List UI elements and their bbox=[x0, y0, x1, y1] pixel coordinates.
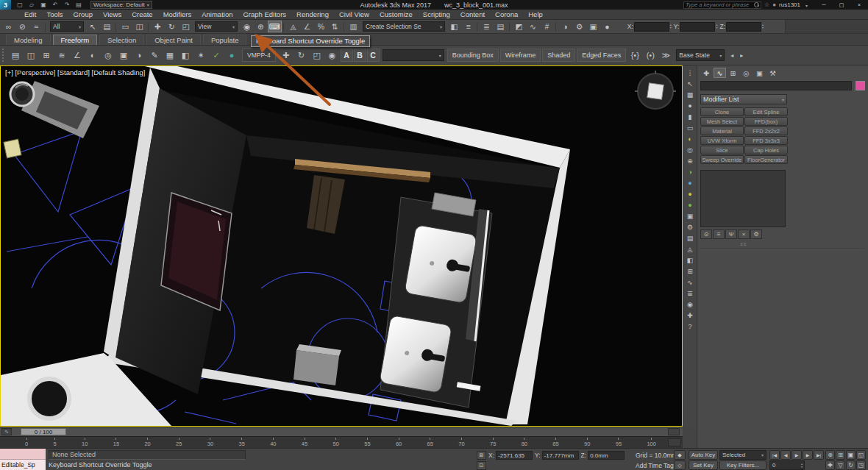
menu-item[interactable]: Views bbox=[98, 10, 127, 18]
store-state-icon[interactable]: {•} bbox=[627, 48, 642, 63]
keyboard-shortcut-override-icon[interactable]: ⌨ bbox=[268, 21, 282, 32]
spinner-icon[interactable] bbox=[801, 463, 803, 469]
target-light-icon[interactable]: ⊕ bbox=[684, 156, 696, 166]
cylinder-primitive-icon[interactable]: ▮ bbox=[684, 112, 696, 122]
yellow-dot-icon[interactable]: ● bbox=[684, 189, 696, 199]
menu-item[interactable]: Corona bbox=[490, 10, 523, 18]
modifier-preset-button[interactable]: Cap Holes bbox=[744, 146, 788, 154]
key-mode-toggle[interactable]: ◆ bbox=[674, 450, 686, 460]
menu-item[interactable]: Content bbox=[455, 10, 490, 18]
modifier-preset-button[interactable]: Material bbox=[700, 127, 744, 135]
tab-selection[interactable]: Selection bbox=[99, 35, 144, 45]
angle-snap-icon[interactable]: ∠ bbox=[300, 21, 314, 32]
play-button[interactable]: ▶ bbox=[791, 450, 802, 460]
floor-box[interactable] bbox=[294, 344, 341, 385]
go-to-end-button[interactable]: ▶| bbox=[814, 450, 824, 460]
layers-icon[interactable]: ▤ bbox=[684, 233, 696, 243]
add-tool-icon[interactable]: ✚ bbox=[684, 310, 696, 321]
pin-stack-icon[interactable]: ⊙ bbox=[700, 229, 712, 239]
previous-frame-button[interactable]: ◀ bbox=[780, 450, 791, 460]
green-dot-icon[interactable]: ● bbox=[684, 200, 696, 210]
modifier-preset-button[interactable]: Clone bbox=[700, 107, 744, 116]
snaps-toggle-icon[interactable]: ◬ bbox=[286, 21, 300, 32]
modifier-preset-button[interactable]: Sweep Override bbox=[700, 155, 744, 164]
view-sphere-gizmo[interactable] bbox=[10, 82, 34, 106]
object-name-field[interactable] bbox=[700, 81, 852, 90]
tab-utilities[interactable]: ⚒ bbox=[766, 68, 779, 78]
next-frame-button[interactable]: ▶ bbox=[803, 450, 813, 460]
letter-button[interactable]: B bbox=[354, 49, 366, 62]
modifier-list-dropdown[interactable]: Modifier List bbox=[700, 94, 787, 104]
paint-deform-icon[interactable]: ✎ bbox=[147, 48, 162, 63]
measure-icon[interactable]: ∠ bbox=[70, 48, 85, 63]
key-filters-button[interactable]: Key Filters... bbox=[719, 460, 766, 470]
schematic-view-icon[interactable]: # bbox=[540, 21, 554, 32]
snapshot-icon[interactable]: ◫ bbox=[24, 48, 38, 63]
viewport[interactable]: [+] [Perspective] [Standard] [Default Sh… bbox=[0, 65, 683, 427]
tab-freeform[interactable]: Freeform bbox=[53, 35, 98, 45]
select-and-move-icon[interactable]: ✚ bbox=[151, 21, 165, 32]
undo-icon[interactable]: ↶ bbox=[49, 1, 61, 10]
tab-populate[interactable]: Populate bbox=[203, 35, 247, 45]
menu-item[interactable]: Customize bbox=[374, 10, 418, 18]
pivot-small-icon[interactable]: ◉ bbox=[325, 48, 340, 63]
redo-icon[interactable]: ↷ bbox=[61, 1, 73, 10]
menu-item[interactable]: Modifiers bbox=[158, 10, 197, 18]
array-tool-icon[interactable]: ⊞ bbox=[39, 48, 54, 63]
scene-explorer-icon[interactable]: ≣ bbox=[480, 21, 494, 32]
rollout-grip[interactable]: ≡≡ bbox=[700, 242, 788, 246]
menu-item[interactable]: Help bbox=[523, 10, 548, 18]
select-object-icon[interactable]: ↖ bbox=[86, 21, 100, 32]
help-search-box[interactable] bbox=[683, 1, 761, 9]
move-small-icon[interactable]: ✚ bbox=[279, 48, 294, 63]
box-primitive-icon[interactable]: ▦ bbox=[684, 90, 696, 100]
percent-snap-icon[interactable]: % bbox=[314, 21, 328, 32]
modifier-preset-button[interactable]: Slice bbox=[700, 146, 744, 154]
drag-handle[interactable]: ⋮ bbox=[684, 68, 696, 78]
field-of-view-button[interactable]: ▽ bbox=[836, 460, 845, 470]
object-color-swatch[interactable] bbox=[855, 81, 865, 90]
zoom-button[interactable]: ⊕ bbox=[825, 450, 835, 460]
curve-editor-icon[interactable]: ∿ bbox=[526, 21, 540, 32]
modifier-stack-list[interactable] bbox=[700, 170, 786, 227]
coordinate-value-field[interactable]: 0.0mm bbox=[588, 451, 625, 460]
select-by-name-icon[interactable]: ▤ bbox=[100, 21, 114, 32]
script-open-icon[interactable]: ▤ bbox=[8, 48, 23, 63]
edged-faces-button[interactable]: Edged Faces bbox=[577, 49, 626, 62]
align-icon[interactable]: ≡ bbox=[461, 21, 475, 32]
explode-icon[interactable]: ✶ bbox=[193, 48, 208, 63]
tab-create[interactable]: ✚ bbox=[700, 68, 713, 78]
named-selection-sets-icon[interactable]: ▥ bbox=[346, 21, 360, 32]
track-bar[interactable]: ∿ 0 / 100 bbox=[0, 427, 683, 436]
shaded-button[interactable]: Shaded bbox=[542, 49, 575, 62]
menu-item[interactable]: Rendering bbox=[291, 10, 334, 18]
rendered-frame-icon[interactable]: ▣ bbox=[586, 21, 600, 32]
vmpp-button[interactable]: VMPP-4 bbox=[242, 49, 276, 62]
favorites-icon[interactable]: ☆ bbox=[764, 1, 769, 8]
light-icon[interactable]: ◐ bbox=[684, 134, 696, 144]
window-crossing-icon[interactable]: ◫ bbox=[132, 21, 146, 32]
zoom-extents-button[interactable]: ▣ bbox=[846, 450, 855, 460]
key-tangent-button[interactable]: ◇ bbox=[674, 460, 686, 470]
yellow-marker[interactable] bbox=[4, 139, 21, 158]
listener-line[interactable]: Editable_Sp bbox=[0, 460, 46, 470]
zoom-region-button[interactable]: ◱ bbox=[856, 450, 866, 460]
selection-region-icon[interactable]: ▭ bbox=[118, 21, 132, 32]
select-and-manipulate-icon[interactable]: ⊕ bbox=[254, 21, 268, 32]
menu-item[interactable]: Scripting bbox=[418, 10, 455, 18]
tab-object-paint[interactable]: Object Paint bbox=[146, 35, 201, 45]
viewport-label[interactable]: [+] [Perspective] [Standard] [Default Sh… bbox=[5, 68, 145, 76]
grid-toggle-icon[interactable]: ▦ bbox=[163, 48, 177, 63]
absolute-mode-toggle[interactable]: ⊡ bbox=[477, 461, 486, 470]
pivot-tool-icon[interactable]: ◉ bbox=[684, 299, 696, 310]
axis-value-field[interactable] bbox=[726, 22, 761, 32]
prev-state-icon[interactable]: ◂ bbox=[728, 48, 736, 63]
menu-item[interactable]: Civil View bbox=[334, 10, 374, 18]
app-logo-icon[interactable]: 3 bbox=[0, 0, 11, 10]
timeline-ruler[interactable]: 0510152025303540455055606570758085909510… bbox=[0, 436, 683, 448]
modifier-preset-button[interactable]: FFD 2x2x2 bbox=[744, 127, 788, 135]
orbit-button[interactable]: ↻ bbox=[846, 460, 855, 470]
pan-button[interactable]: ✚ bbox=[825, 460, 835, 470]
camera-dropdown[interactable] bbox=[383, 49, 444, 61]
configure-modifier-sets-icon[interactable]: ⚙ bbox=[750, 229, 762, 239]
